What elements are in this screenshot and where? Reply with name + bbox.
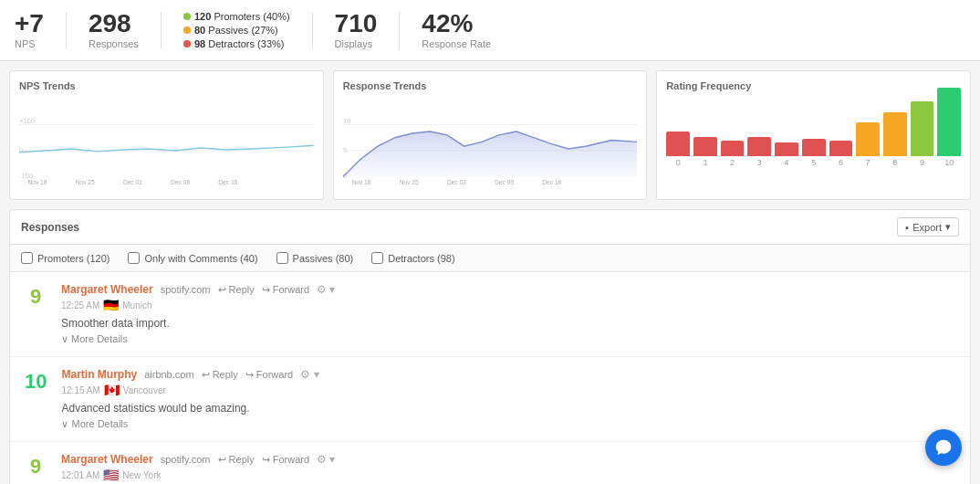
chat-icon [934,438,953,457]
response-top: Margaret Wheeler spotify.com ↩ Reply ↪ F… [61,283,955,296]
divider-1 [66,12,67,48]
freq-bar: 3 [747,137,771,167]
response-time: 12:15 AM [61,385,99,395]
nps-chart-area: 0 +100 -100 Nov 18 Nov 25 Dec 02 Dec 09 … [19,99,314,190]
export-label: Export [912,222,942,233]
respondent-name[interactable]: Martin Murphy [61,368,137,381]
divider-3 [312,12,313,48]
svg-text:10: 10 [343,117,350,125]
only-comments-label: Only with Comments (40) [144,253,257,264]
score-badge: 9 [25,455,47,479]
forward-link[interactable]: ↪ Forward [245,369,293,381]
score-badge: 10 [25,370,47,394]
nps-value: +7 [15,11,44,37]
reply-link[interactable]: ↩ Reply [218,454,255,466]
promoters-filter-label: Promoters (120) [37,253,109,264]
detractors-legend: 98 Detractors (33%) [183,38,290,49]
response-meta: 12:25 AM 🇩🇪 Munich [61,298,955,312]
more-details-link[interactable]: ∨ More Details [61,333,955,345]
svg-text:Dec 16: Dec 16 [218,179,237,185]
only-comments-checkbox[interactable] [128,252,140,264]
detractors-filter[interactable]: Detractors (98) [371,252,454,264]
freq-chart-area: 012345678910 [666,99,961,190]
export-chevron: ▾ [945,221,951,233]
rate-value: 42% [422,11,491,37]
freq-bar: 8 [883,112,907,167]
score-badge: 9 [25,285,47,309]
source-tag: spotify.com [161,454,211,465]
nps-trends-card: NPS Trends 0 +100 -100 Nov 18 Nov 25 Dec… [9,70,324,200]
promoters-checkbox[interactable] [21,252,33,264]
bar-chart: 012345678910 [666,99,961,172]
source-tag: spotify.com [161,284,211,295]
displays-stat: 710 Displays [335,11,378,49]
action-links-row: ↩ Reply ↪ Forward ⚙ ▾ [202,368,319,381]
source-tag: airbnb.com [144,369,193,380]
detractors-legend-text: 98 Detractors (33%) [194,38,285,49]
gear-icon[interactable]: ⚙ ▾ [317,453,335,466]
responses-label: Responses [89,38,139,49]
response-chart-title: Response Trends [343,80,638,91]
freq-bar: 4 [775,142,798,167]
chat-widget[interactable] [925,429,962,466]
location-flag: 🇨🇦 [104,383,120,397]
freq-bar: 2 [721,141,745,167]
passives-dot [183,26,191,34]
response-text: Advanced statistics would be amazing. [61,402,955,415]
location-name: Vancouver [123,385,166,395]
promoters-filter[interactable]: Promoters (120) [21,252,109,264]
freq-bar: 0 [666,132,690,167]
location-name: Munich [122,300,151,310]
nps-chart-title: NPS Trends [19,80,314,91]
reply-link[interactable]: ↩ Reply [202,369,238,381]
svg-text:Nov 25: Nov 25 [399,179,418,185]
detractors-checkbox[interactable] [371,252,383,264]
passives-filter-label: Passives (80) [293,253,354,264]
passives-legend-label: Passives [208,25,248,36]
passives-filter[interactable]: Passives (80) [276,252,354,264]
gear-icon[interactable]: ⚙ ▾ [300,368,318,381]
passives-checkbox[interactable] [276,252,288,264]
rate-label: Response Rate [422,38,491,49]
gear-icon[interactable]: ⚙ ▾ [317,283,335,296]
rate-stat: 42% Response Rate [422,11,491,49]
response-item: 10 Martin Murphy airbnb.com ↩ Reply ↪ Fo… [10,357,970,442]
svg-text:+100: +100 [19,117,35,125]
responses-title: Responses [21,221,79,234]
svg-text:Dec 02: Dec 02 [123,179,142,185]
responses-stat: 298 Responses [89,11,139,49]
forward-link[interactable]: ↪ Forward [262,454,309,466]
response-time: 12:01 AM [61,470,99,480]
forward-link[interactable]: ↪ Forward [262,284,309,296]
freq-chart-title: Rating Frequency [666,80,961,91]
charts-row: NPS Trends 0 +100 -100 Nov 18 Nov 25 Dec… [0,61,980,209]
reply-link[interactable]: ↩ Reply [218,284,255,296]
promoters-legend: 120 Promoters (40%) [183,11,290,22]
response-text: Smoother data import. [61,317,955,330]
svg-text:Dec 09: Dec 09 [171,179,190,185]
location-flag: 🇺🇸 [103,468,119,482]
divider-4 [399,12,400,48]
detractors-legend-label: Detractors [208,38,255,49]
respondent-name[interactable]: Margaret Wheeler [61,453,153,466]
more-details-link[interactable]: ∨ More Details [61,418,955,430]
passives-legend: 80 Passives (27%) [183,25,290,36]
freq-bar: 10 [937,88,961,167]
svg-text:Dec 16: Dec 16 [542,179,561,185]
response-meta: 12:15 AM 🇨🇦 Vancouver [61,383,955,397]
svg-text:Dec 09: Dec 09 [495,179,514,185]
export-button[interactable]: ▪ Export ▾ [897,217,959,237]
freq-bar: 7 [856,122,880,167]
response-content: Margaret Wheeler spotify.com ↩ Reply ↪ F… [61,453,955,484]
nps-chart-svg: 0 +100 -100 Nov 18 Nov 25 Dec 02 Dec 09 … [19,99,314,185]
divider-2 [161,12,162,48]
response-list: 9 Margaret Wheeler spotify.com ↩ Reply ↪… [10,272,970,484]
passives-legend-text: 80 Passives (27%) [194,25,278,36]
svg-text:5: 5 [343,146,347,154]
location-flag: 🇩🇪 [103,298,119,312]
freq-bar: 1 [693,137,717,167]
respondent-name[interactable]: Margaret Wheeler [61,283,153,296]
location-name: New York [122,470,161,480]
only-comments-filter[interactable]: Only with Comments (40) [128,252,257,264]
response-chart-svg: 10 5 0 Nov 18 Nov 25 Dec 02 Dec 09 Dec 1… [343,99,638,185]
